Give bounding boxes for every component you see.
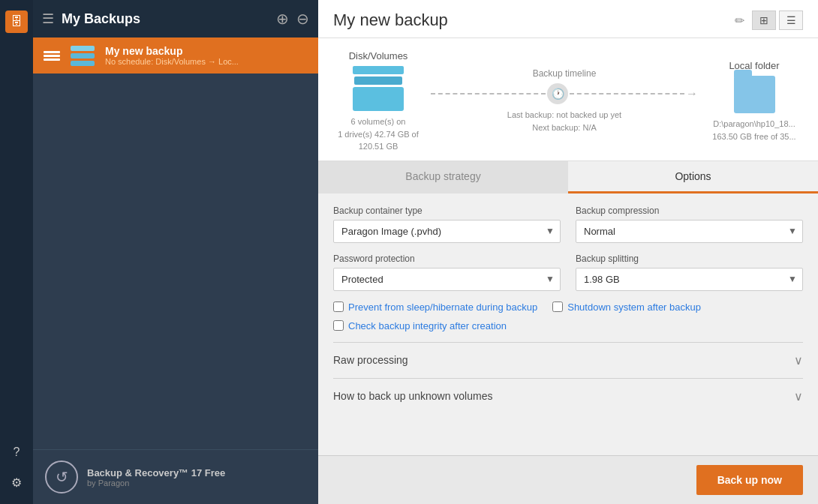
- password-field: Password protection Protected ▼: [333, 254, 561, 291]
- tab-options[interactable]: Options: [568, 161, 818, 194]
- password-label: Password protection: [333, 254, 561, 264]
- timeline-dashes-left: [431, 93, 546, 94]
- source-label: Disk/Volumes: [349, 50, 408, 62]
- next-backup-text: Next backup: N/A: [507, 122, 621, 135]
- app-name: Backup & Recovery™ 17 Free: [87, 467, 225, 478]
- sidebar-item-name: My new backup: [105, 45, 308, 57]
- compression-select-wrapper: Normal ▼: [576, 220, 803, 243]
- sidebar-top-bar: ☰ My Backups ⊕ ⊖: [33, 0, 318, 38]
- container-type-label: Backup container type: [333, 206, 561, 216]
- edit-icon[interactable]: ✏: [735, 14, 744, 28]
- shutdown-checkbox-item[interactable]: Shutdown system after backup: [552, 302, 701, 313]
- password-select-wrapper: Protected ▼: [333, 268, 561, 291]
- view-toggle: ⊞ ☰: [752, 10, 803, 30]
- disk-volumes-icon: [69, 45, 96, 66]
- hamburger-lines-icon: [44, 51, 60, 61]
- splitting-select[interactable]: 1.98 GB: [576, 268, 803, 291]
- options-panel: Backup container type Paragon Image (.pv…: [318, 194, 818, 456]
- settings-icon[interactable]: ⚙: [5, 471, 28, 494]
- add-backup-button[interactable]: ⊕: [276, 11, 289, 26]
- page-title: My new backup: [333, 10, 727, 30]
- main-content: My new backup ✏ ⊞ ☰ Disk/Volumes 6 volum…: [318, 0, 818, 504]
- sidebar: ☰ My Backups ⊕ ⊖ My new backup No schedu…: [33, 0, 318, 504]
- password-select[interactable]: Protected: [333, 268, 561, 291]
- timeline-area: Backup timeline 🕐 → Last backup: not bac…: [423, 68, 705, 135]
- disk-stack-icon: [353, 66, 404, 111]
- compression-select[interactable]: Normal: [576, 220, 803, 243]
- checkboxes-area: Prevent from sleep/hibernate during back…: [333, 302, 803, 332]
- backups-icon[interactable]: 🗄: [5, 10, 28, 33]
- integrity-label: Check backup integrity after creation: [348, 320, 507, 332]
- raw-processing-expand-icon: ∨: [794, 353, 803, 368]
- grid-view-button[interactable]: ⊞: [752, 10, 776, 30]
- back-up-now-button[interactable]: Back up now: [696, 465, 803, 495]
- remove-backup-button[interactable]: ⊖: [296, 11, 309, 26]
- source-sub: 6 volume(s) on1 drive(s) 42.74 GB of120.…: [338, 116, 419, 153]
- container-type-select-wrapper: Paragon Image (.pvhd) ▼: [333, 220, 561, 243]
- splitting-field: Backup splitting 1.98 GB ▼: [576, 254, 803, 291]
- sidebar-item-my-new-backup[interactable]: My new backup No schedule: Disk/Volumes …: [33, 38, 318, 74]
- timeline-line: 🕐 →: [431, 83, 698, 104]
- backup-overview: Disk/Volumes 6 volume(s) on1 drive(s) 42…: [318, 38, 818, 161]
- splitting-select-wrapper: 1.98 GB ▼: [576, 268, 803, 291]
- raw-processing-section[interactable]: Raw processing ∨: [333, 342, 803, 378]
- raw-processing-title: Raw processing: [333, 354, 794, 366]
- sidebar-item-text: My new backup No schedule: Disk/Volumes …: [105, 45, 308, 66]
- hamburger-icon[interactable]: ☰: [42, 10, 54, 27]
- container-type-field: Backup container type Paragon Image (.pv…: [333, 206, 561, 243]
- help-icon[interactable]: ?: [5, 441, 28, 464]
- main-header: My new backup ✏ ⊞ ☰: [318, 0, 818, 38]
- compression-label: Backup compression: [576, 206, 803, 216]
- icon-strip: 🗄 ? ⚙: [0, 0, 33, 504]
- timeline-dashes-right: [570, 93, 684, 94]
- integrity-checkbox[interactable]: [333, 320, 344, 331]
- shutdown-checkbox[interactable]: [552, 302, 563, 312]
- sidebar-item-sub: No schedule: Disk/Volumes → Loc...: [105, 57, 308, 66]
- tabs-area: Backup strategy Options: [318, 161, 818, 194]
- prevent-sleep-checkbox-item[interactable]: Prevent from sleep/hibernate during back…: [333, 302, 537, 313]
- app-info: Backup & Recovery™ 17 Free by Paragon: [87, 467, 225, 488]
- integrity-checkbox-item[interactable]: Check backup integrity after creation: [333, 320, 507, 332]
- app-by: by Paragon: [87, 478, 225, 488]
- shutdown-label: Shutdown system after backup: [567, 302, 701, 313]
- compression-field: Backup compression Normal ▼: [576, 206, 803, 243]
- timeline-status: Last backup: not backed up yet Next back…: [507, 109, 621, 135]
- timeline-arrow-icon: →: [686, 87, 698, 100]
- prevent-sleep-checkbox[interactable]: [333, 302, 344, 312]
- unknown-volumes-section[interactable]: How to back up unknown volumes ∨: [333, 378, 803, 414]
- checkbox-row-1: Prevent from sleep/hibernate during back…: [333, 302, 803, 313]
- checkbox-row-2: Check backup integrity after creation: [333, 320, 803, 332]
- sidebar-bottom: ↺ Backup & Recovery™ 17 Free by Paragon: [33, 449, 318, 504]
- sidebar-title: My Backups: [62, 11, 269, 27]
- timeline-label: Backup timeline: [533, 68, 597, 79]
- options-grid: Backup container type Paragon Image (.pv…: [333, 206, 803, 291]
- last-backup-text: Last backup: not backed up yet: [507, 109, 621, 122]
- dest-path: D:\paragon\hp10_18... 163.50 GB free of …: [712, 118, 795, 142]
- container-type-select[interactable]: Paragon Image (.pvhd): [333, 220, 561, 243]
- overview-dest: Local folder D:\paragon\hp10_18... 163.5…: [705, 60, 803, 142]
- prevent-sleep-label: Prevent from sleep/hibernate during back…: [348, 302, 537, 313]
- folder-icon: [734, 76, 775, 113]
- main-footer: Back up now: [318, 455, 818, 504]
- app-logo-icon: ↺: [45, 460, 78, 494]
- splitting-label: Backup splitting: [576, 254, 803, 264]
- overview-source: Disk/Volumes 6 volume(s) on1 drive(s) 42…: [333, 50, 423, 153]
- clock-icon: 🕐: [547, 83, 568, 104]
- tab-backup-strategy[interactable]: Backup strategy: [318, 161, 568, 194]
- unknown-volumes-title: How to back up unknown volumes: [333, 390, 794, 402]
- list-view-button[interactable]: ☰: [779, 10, 803, 30]
- unknown-volumes-expand-icon: ∨: [794, 389, 803, 404]
